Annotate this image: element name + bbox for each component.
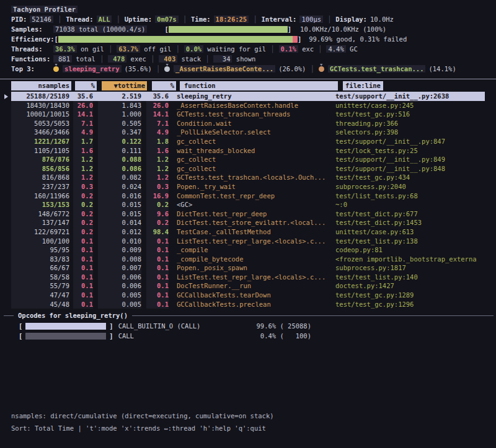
cell-tottime: 0.009	[98, 245, 141, 255]
table-row[interactable]: 25188/2518935.62.51935.6sleeping_retryte…	[11, 92, 485, 101]
app-title: Tachyon Profiler	[11, 6, 78, 13]
top3-entry-3-name[interactable]: GCTests.test_trashcan...	[328, 65, 426, 72]
cell-function: ListTest.test_repr_large.<locals>.c...	[172, 273, 330, 282]
table-row[interactable]: 856/8561.20.0861.2gc_collecttest/support…	[11, 164, 485, 173]
cell-file: test/test_list.py:140	[335, 273, 485, 282]
cell-file: test/test_gc.py:516	[335, 110, 485, 119]
cell-function: _compile	[172, 245, 330, 255]
table-row[interactable]: 55/790.10.0060.1DocTestRunner.__rundocte…	[11, 281, 485, 291]
cell-tottime: 0.005	[98, 300, 141, 309]
cell-file: test/support/__init__.py:847	[335, 137, 485, 146]
cell-tottime: 0.015	[98, 200, 141, 209]
cell-function: sleeping_retry	[172, 92, 330, 101]
table-row[interactable]: 18430/1843026.01.84326.0_AssertRaisesBas…	[11, 101, 485, 110]
samples-bar	[169, 26, 288, 33]
table-row[interactable]: 58/580.10.0060.1ListTest.test_repr_large…	[11, 273, 485, 282]
pid-label: PID:	[11, 15, 27, 23]
cell-pct1: 0.2	[73, 209, 93, 219]
threads-off-gil-pct: 63.7%	[117, 45, 140, 53]
function-table: nsamples % ▼tottime % function file:line…	[0, 79, 496, 309]
display-value: 10.0Hz	[370, 15, 394, 23]
table-row[interactable]: 148/67720.20.0159.6DictTest.test_repr_de…	[11, 209, 485, 219]
table-row[interactable]: 5053/50537.10.5057.1Condition.waitthread…	[11, 119, 485, 128]
opcodes-section: Opcodes for sleeping_retry() [ ] CALL_BU…	[0, 311, 496, 341]
cell-file: test/lock_tests.py:25	[335, 146, 485, 156]
interval-label: Interval:	[262, 15, 297, 23]
table-row[interactable]: 10001/1001514.11.00014.1GCTests.test_tra…	[11, 110, 485, 119]
table-row[interactable]: 237/2370.30.0240.3Popen._try_waitsubproc…	[11, 182, 485, 191]
cell-function: Popen._try_wait	[172, 182, 330, 191]
cell-pct2: 0.3	[146, 182, 169, 191]
top3-entry-1-name[interactable]: sleeping_retry	[63, 65, 122, 72]
cell-pct1: 0.1	[73, 273, 93, 282]
cell-file: <frozen importlib._bootstrap_externa	[335, 255, 485, 264]
table-row[interactable]: 137/1470.20.0140.2DictTest.test_store_ev…	[11, 218, 485, 227]
table-row[interactable]: 876/8761.20.0881.2gc_collecttest/support…	[11, 155, 485, 164]
cell-nsamples: 95/95	[11, 245, 69, 255]
time-label: Time:	[191, 15, 211, 23]
cell-function: GCTests.test_trashcan_threads	[172, 110, 330, 119]
header-pct-2[interactable]: %	[152, 81, 176, 90]
table-row[interactable]: 47/470.10.0050.1GCCallbackTests.tearDown…	[11, 291, 485, 300]
cell-pct2: 35.6	[146, 92, 169, 101]
cell-function: gc_collect	[172, 164, 330, 173]
cell-pct2: 26.0	[146, 101, 169, 110]
top3-label: Top 3:	[11, 65, 53, 72]
opcode-bar-fill	[25, 333, 106, 340]
table-row[interactable]: 1221/12671.70.1221.8gc_collecttest/suppo…	[11, 137, 485, 146]
cell-pct2: 0.1	[146, 245, 169, 255]
cell-file: threading.py:366	[335, 119, 485, 128]
cell-file: test/test_dict.py:677	[335, 209, 485, 219]
table-row[interactable]: 45/480.10.0050.1GCCallbackTests.preclean…	[11, 300, 485, 309]
header-tottime-sorted[interactable]: ▼tottime	[102, 81, 147, 90]
cell-pct2: 1.8	[146, 137, 169, 146]
cell-tottime: 0.006	[98, 281, 141, 291]
thread-value[interactable]: ALL	[97, 15, 112, 23]
table-row[interactable]: 153/1530.20.0150.2<GC>~:0	[11, 200, 485, 209]
cell-pct1: 0.1	[73, 237, 93, 246]
cell-function: _AssertRaisesBaseContext.handle	[172, 101, 330, 110]
header-nsamples[interactable]: nsamples	[11, 81, 71, 90]
table-row[interactable]: 816/8681.20.0821.2GCTests.test_trashcan.…	[11, 173, 485, 182]
header-function[interactable]: function	[180, 81, 338, 90]
cell-pct2: 4.9	[146, 128, 169, 137]
efficiency-bar-failed	[293, 36, 298, 43]
table-row[interactable]: 100/1000.10.0100.1ListTest.test_repr_lar…	[11, 237, 485, 246]
table-body: 25188/2518935.62.51935.6sleeping_retryte…	[11, 92, 496, 309]
cell-function: <GC>	[172, 200, 330, 209]
cell-file: test/test_dict.py:1453	[335, 218, 485, 227]
cell-function: ListTest.test_repr_large.<locals>.c...	[172, 237, 330, 246]
table-row[interactable]: 122/697210.20.01298.4TestCase._callTestM…	[11, 227, 485, 237]
table-row[interactable]: 3466/34664.90.3474.9_PollLikeSelector.se…	[11, 128, 485, 137]
cell-function: gc_collect	[172, 155, 330, 164]
cell-pct2: 0.1	[146, 263, 169, 273]
table-row[interactable]: 95/950.10.0090.1_compilecodeop.py:81	[11, 245, 485, 255]
cell-pct1: 4.9	[73, 128, 93, 137]
table-row[interactable]: 83/830.10.0080.1_compile_bytecode<frozen…	[11, 255, 485, 264]
cell-pct1: 0.2	[73, 200, 93, 209]
cell-tottime: 1.843	[98, 101, 141, 110]
cell-pct1: 0.1	[73, 281, 93, 291]
table-row[interactable]: 66/670.10.0070.1Popen._posix_spawnsubpro…	[11, 263, 485, 273]
header-file-line[interactable]: file:line	[343, 81, 383, 90]
functions-shown-text: shown	[236, 55, 256, 63]
cell-file: subprocess.py:2040	[335, 182, 485, 191]
cell-function: GCCallbackTests.preclean	[172, 300, 330, 309]
cell-pct2: 0.1	[146, 237, 169, 246]
header-pct-1[interactable]: %	[75, 81, 97, 90]
top3-entry-2-name[interactable]: _AssertRaisesBaseConte...	[174, 65, 275, 72]
cell-file: codeop.py:81	[335, 245, 485, 255]
opcode-row: [ ] CALL_BUILTIN_O (CALL) 99.6% ( 25088)	[0, 321, 496, 331]
cell-tottime: 0.082	[98, 173, 141, 182]
footer-help-line-2: Sort: Total Time | 't':mode 'x':trends ↔…	[11, 422, 274, 434]
footer-help-line-1: nsamples: direct/cumulative (direct=exec…	[11, 410, 274, 422]
divider: │	[318, 45, 322, 53]
cell-pct2: 0.2	[146, 200, 169, 209]
table-row[interactable]: 1105/11051.60.1111.6wait_threads_blocked…	[11, 146, 485, 156]
cell-tottime: 0.088	[98, 155, 141, 164]
cell-file: test/test_gc.py:434	[335, 173, 485, 182]
thread-label: Thread:	[66, 15, 93, 23]
efficiency-label: Efficiency:	[11, 35, 55, 43]
bar-close-bracket: ]	[109, 322, 113, 330]
table-row[interactable]: 160/119660.20.01616.9CommonTest.test_rep…	[11, 191, 485, 201]
